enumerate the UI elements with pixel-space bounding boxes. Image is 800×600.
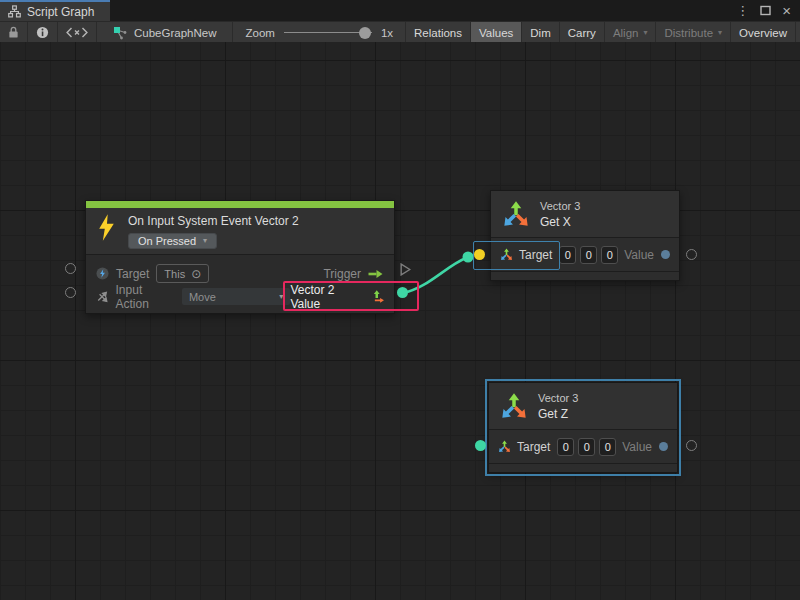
zoom-slider[interactable]	[284, 26, 372, 40]
get-z-type-label: Vector 3	[538, 391, 578, 405]
trigger-arrow-icon	[367, 269, 384, 279]
get-z-value-output-port[interactable]	[686, 440, 697, 451]
graph-toolbar: CubeGraphNew Zoom 1x Relations Values Di…	[0, 21, 800, 43]
titlebar-spacer	[110, 0, 736, 21]
get-z-value-port[interactable]	[659, 442, 668, 451]
toolbar-button-values[interactable]: Values	[471, 22, 522, 43]
vector3-icon	[502, 200, 530, 228]
lock-button[interactable]	[0, 22, 28, 43]
get-x-field-z[interactable]: 0	[601, 246, 618, 264]
get-z-header: Vector 3 Get Z	[489, 383, 677, 429]
get-x-value-port[interactable]	[661, 250, 670, 259]
dropdown-caret-icon: ▾	[643, 29, 647, 37]
input-action-icon	[96, 290, 109, 303]
input-action-label: Input Action	[116, 283, 176, 311]
get-z-target-label: Target	[517, 440, 550, 454]
tab-script-graph[interactable]: Script Graph	[0, 0, 110, 21]
get-x-field-x[interactable]: 0	[559, 246, 576, 264]
zoom-control: Zoom 1x	[233, 22, 406, 43]
node-vector3-get-x[interactable]: Vector 3 Get X Target 0 0 0 Value	[490, 190, 680, 281]
toolbar-button-carry[interactable]: Carry	[560, 22, 605, 43]
script-graph-icon	[8, 5, 21, 18]
target-object-field[interactable]: This ⊙	[156, 264, 209, 283]
zoom-label: Zoom	[245, 27, 274, 39]
event-node-accent-bar	[86, 201, 394, 208]
toolbar-button-distribute[interactable]: Distribute ▾	[656, 22, 731, 43]
node-vector3-get-z[interactable]: Vector 3 Get Z Target 0 0 0 Value	[488, 382, 678, 473]
event-node-ports: Target This ⊙ Trigger	[86, 254, 394, 313]
dropdown-caret-icon: ▾	[203, 237, 207, 245]
lock-icon	[8, 26, 19, 39]
get-z-field-x[interactable]: 0	[557, 438, 574, 456]
connection-wire	[403, 258, 466, 293]
info-icon	[36, 26, 49, 39]
toolbar-button-dim[interactable]: Dim	[522, 22, 559, 43]
code-icon	[66, 27, 88, 38]
maximize-icon[interactable]	[760, 5, 771, 16]
connection-layer	[0, 42, 800, 600]
event-icon	[96, 267, 109, 280]
input-action-dropdown[interactable]: Move ▾	[182, 288, 290, 305]
get-x-ports-row: Target 0 0 0 Value	[491, 237, 679, 271]
close-icon[interactable]: ×	[782, 3, 791, 18]
get-x-title: Get X	[540, 215, 580, 230]
object-picker-icon[interactable]: ⊙	[191, 268, 201, 280]
event-target-input-port[interactable]	[65, 263, 76, 274]
get-z-ports-row: Target 0 0 0 Value	[489, 429, 677, 463]
graph-canvas[interactable]: On Input System Event Vector 2 On Presse…	[0, 42, 800, 600]
inspect-button[interactable]	[28, 22, 58, 43]
event-mode-dropdown[interactable]: On Pressed ▾	[128, 233, 217, 249]
connection-endpoint-dot	[463, 252, 474, 263]
titlebar: Script Graph ⋮ ×	[0, 0, 800, 21]
get-z-footer	[489, 463, 677, 472]
toolbar-button-overview[interactable]: Overview	[731, 22, 796, 43]
dropdown-caret-icon: ▾	[279, 293, 283, 301]
zoom-slider-handle[interactable]	[359, 27, 371, 39]
vector3-icon	[500, 392, 528, 420]
get-z-field-y[interactable]: 0	[578, 438, 595, 456]
tab-title: Script Graph	[27, 5, 94, 19]
vector3-small-icon	[500, 248, 513, 261]
graph-asset-icon	[113, 26, 127, 40]
get-x-footer	[491, 271, 679, 280]
target-label: Target	[116, 267, 149, 281]
preview-code-button[interactable]	[58, 22, 97, 43]
vector2-value-label: Vector 2 Value	[290, 283, 364, 311]
get-x-header: Vector 3 Get X	[491, 191, 679, 237]
trigger-output-port[interactable]	[400, 263, 411, 276]
event-input-action-row: Input Action Move ▾ Vector 2 Value	[86, 285, 394, 308]
event-node-header: On Input System Event Vector 2 On Presse…	[86, 208, 394, 254]
get-z-title: Get Z	[538, 407, 578, 422]
get-z-value-label: Value	[622, 440, 652, 454]
dropdown-caret-icon: ▾	[718, 29, 722, 37]
event-node-title: On Input System Event Vector 2	[128, 214, 299, 229]
window-menu-icon[interactable]: ⋮	[736, 4, 749, 17]
trigger-label: Trigger	[323, 267, 361, 281]
toolbar-button-align[interactable]: Align ▾	[605, 22, 657, 43]
get-z-target-input-port[interactable]	[475, 440, 486, 451]
unity-script-graph-window: Script Graph ⋮ ×	[0, 0, 800, 600]
get-x-field-y[interactable]: 0	[580, 246, 597, 264]
graph-name: CubeGraphNew	[134, 27, 216, 39]
toolbar-button-full-screen[interactable]: Full Screen	[796, 22, 800, 43]
get-x-value-label: Value	[624, 248, 654, 262]
graph-breadcrumb[interactable]: CubeGraphNew	[97, 22, 233, 43]
vector3-small-icon	[498, 440, 511, 453]
lightning-bolt-icon	[98, 214, 115, 241]
get-x-target-label: Target	[519, 248, 552, 262]
get-x-target-input-port[interactable]	[474, 249, 485, 260]
vector2-icon	[371, 290, 384, 304]
vector2-value-output-port[interactable]	[397, 287, 408, 298]
event-input-action-input-port[interactable]	[65, 287, 76, 298]
get-x-value-output-port[interactable]	[686, 249, 697, 260]
toolbar-button-relations[interactable]: Relations	[406, 22, 471, 43]
get-x-type-label: Vector 3	[540, 199, 580, 213]
node-on-input-system-event-vector2[interactable]: On Input System Event Vector 2 On Presse…	[85, 200, 395, 314]
get-z-field-z[interactable]: 0	[599, 438, 616, 456]
zoom-value: 1x	[381, 27, 393, 39]
